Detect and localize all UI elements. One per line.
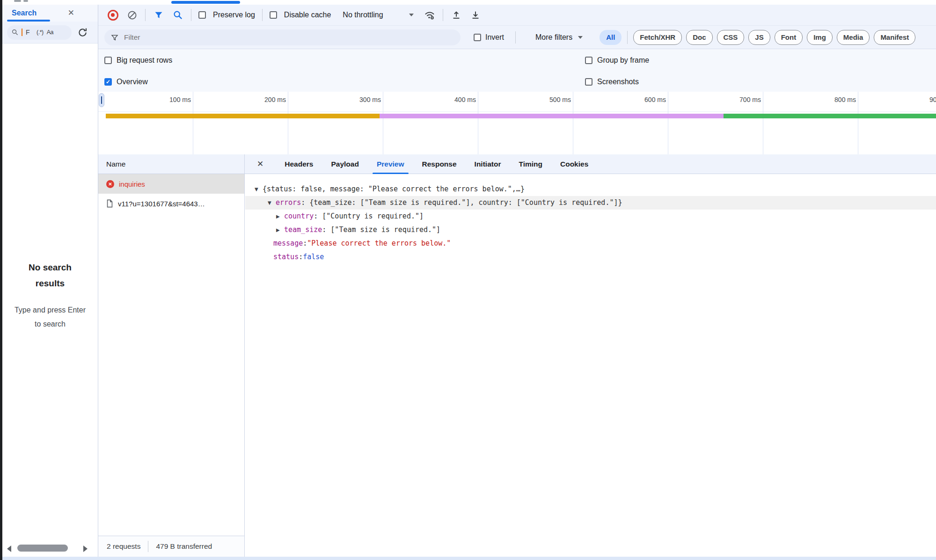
request-list: ✕inquiriesv11?u=1301677&st=4643…: [98, 174, 245, 536]
name-column-header[interactable]: Name: [98, 154, 245, 174]
regex-toggle[interactable]: (.*): [37, 29, 44, 36]
json-tree-row[interactable]: ▼errors: {team_size: ["Team size is requ…: [245, 196, 936, 210]
filter-chip-font[interactable]: Font: [775, 30, 803, 45]
search-input-pill[interactable]: (.*) Aa: [7, 25, 72, 40]
filter-chip-media[interactable]: Media: [837, 30, 870, 45]
import-har-button[interactable]: [450, 9, 462, 21]
filter-input-pill[interactable]: [104, 29, 461, 45]
expander-right-icon[interactable]: ▶: [276, 210, 284, 223]
search-drawer-tabbar: Search ✕: [2, 5, 98, 22]
screenshots-checkbox[interactable]: [585, 78, 592, 86]
close-search-drawer-button[interactable]: ✕: [68, 8, 74, 18]
match-case-toggle[interactable]: Aa: [47, 29, 53, 36]
network-main-toolbar: Preserve log Disable cache No throttling: [98, 5, 936, 26]
request-row[interactable]: v11?u=1301677&st=4643…: [98, 194, 244, 213]
request-detail-tabs: ✕ HeadersPayloadPreviewResponseInitiator…: [245, 154, 936, 174]
json-token-plain: : ["Country is required."]: [314, 210, 424, 223]
request-name: v11?u=1301677&st=4643…: [118, 200, 205, 208]
chevron-down-icon: [409, 14, 414, 16]
clear-network-log-button[interactable]: [126, 9, 138, 21]
timeline-tick-label: 400 ms: [440, 96, 476, 103]
filter-toggle-button[interactable]: [153, 9, 165, 21]
refresh-icon: [77, 27, 88, 38]
timeline-tick-label: 100 ms: [155, 96, 191, 103]
no-search-results-hint: Type and press Enter to search: [2, 303, 98, 331]
json-tree-row[interactable]: status: false: [245, 250, 936, 264]
scrollbar-thumb[interactable]: [17, 545, 68, 552]
download-icon: [470, 10, 481, 20]
network-overview-timeline[interactable]: 100 ms200 ms300 ms400 ms500 ms600 ms700 …: [98, 92, 936, 155]
search-network-button[interactable]: [172, 9, 184, 21]
ruler-separator: [98, 111, 936, 112]
detail-tab-payload[interactable]: Payload: [324, 154, 366, 174]
divider: [191, 9, 191, 21]
horizontal-scrollbar[interactable]: [2, 542, 98, 556]
filter-chip-img[interactable]: Img: [807, 30, 833, 45]
filter-chip-manifest[interactable]: Manifest: [874, 30, 915, 45]
timeline-gridline: [668, 92, 668, 154]
timeline-tick-label: 600 ms: [630, 96, 666, 103]
overview-checkbox[interactable]: [104, 78, 112, 86]
json-tree-row[interactable]: ▼{status: false, message: "Please correc…: [245, 182, 936, 196]
close-detail-pane-button[interactable]: ✕: [257, 159, 263, 169]
clear-icon: [127, 10, 137, 20]
throttling-select[interactable]: No throttling: [343, 11, 413, 19]
chevron-down-icon: [578, 36, 583, 39]
json-token-key: status: [273, 250, 299, 264]
filter-chip-js[interactable]: JS: [748, 30, 770, 45]
json-tree-row[interactable]: message: "Please correct the errors belo…: [245, 237, 936, 250]
record-network-log-button[interactable]: [107, 9, 119, 21]
network-panel: Preserve log Disable cache No throttling: [98, 5, 936, 560]
json-tree-row[interactable]: ▶team_size: ["Team size is required."]: [245, 223, 936, 237]
scroll-right-arrow-icon[interactable]: [83, 545, 88, 552]
toolbar-fragment: [23, 0, 28, 2]
json-token-bool: false: [303, 250, 324, 264]
network-conditions-button[interactable]: [424, 9, 436, 21]
search-toolbar: (.*) Aa: [2, 22, 98, 44]
timeline-gridline: [193, 92, 193, 154]
divider: [145, 9, 146, 21]
detail-tab-cookies[interactable]: Cookies: [553, 154, 595, 174]
divider: [515, 31, 516, 44]
disable-cache-checkbox[interactable]: [270, 11, 277, 19]
detail-tab-initiator[interactable]: Initiator: [468, 154, 508, 174]
overview-window-handle[interactable]: [99, 93, 104, 107]
filter-chip-fetch-xhr[interactable]: Fetch/XHR: [633, 30, 682, 45]
big-request-rows-checkbox[interactable]: [104, 57, 112, 64]
timeline-gridline: [763, 92, 763, 154]
expander-down-icon[interactable]: ▼: [268, 196, 276, 210]
filter-chip-all[interactable]: All: [600, 30, 622, 45]
detail-tab-headers[interactable]: Headers: [278, 154, 320, 174]
funnel-icon: [154, 10, 163, 20]
divider: [148, 541, 148, 552]
devtools-window: Search ✕ (.*) Aa: [0, 0, 936, 560]
expander-right-icon[interactable]: ▶: [276, 223, 284, 237]
expander-down-icon[interactable]: ▼: [255, 182, 263, 196]
divider: [262, 9, 263, 21]
timeline-segment-loaded: [724, 114, 936, 118]
tab-search[interactable]: Search: [12, 9, 37, 17]
json-token-plain: :: [303, 237, 307, 250]
export-har-button[interactable]: [469, 9, 482, 21]
group-by-frame-checkbox[interactable]: [585, 57, 592, 64]
preserve-log-checkbox[interactable]: [198, 11, 206, 19]
more-filters-dropdown[interactable]: More filters: [529, 33, 589, 42]
requests-count: 2 requests: [107, 542, 140, 551]
detail-tab-preview[interactable]: Preview: [370, 154, 411, 174]
search-input[interactable]: [26, 29, 33, 36]
json-tree-row[interactable]: ▶country: ["Country is required."]: [245, 210, 936, 223]
refresh-search-button[interactable]: [77, 27, 88, 38]
json-token-plain: :: [299, 250, 303, 264]
invert-checkbox[interactable]: [474, 34, 481, 41]
filter-chip-doc[interactable]: Doc: [686, 30, 712, 45]
detail-tab-timing[interactable]: Timing: [512, 154, 549, 174]
filter-input[interactable]: [123, 33, 454, 42]
request-row[interactable]: ✕inquiries: [98, 174, 244, 194]
invert-filter: Invert: [474, 33, 504, 42]
filter-chip-css[interactable]: CSS: [717, 30, 745, 45]
invert-label: Invert: [485, 33, 504, 42]
scroll-left-arrow-icon[interactable]: [7, 545, 11, 552]
text-caret: [22, 29, 22, 36]
resource-type-filter-chips: AllFetch/XHRDocCSSJSFontImgMediaManifest: [600, 30, 915, 45]
detail-tab-response[interactable]: Response: [415, 154, 464, 174]
